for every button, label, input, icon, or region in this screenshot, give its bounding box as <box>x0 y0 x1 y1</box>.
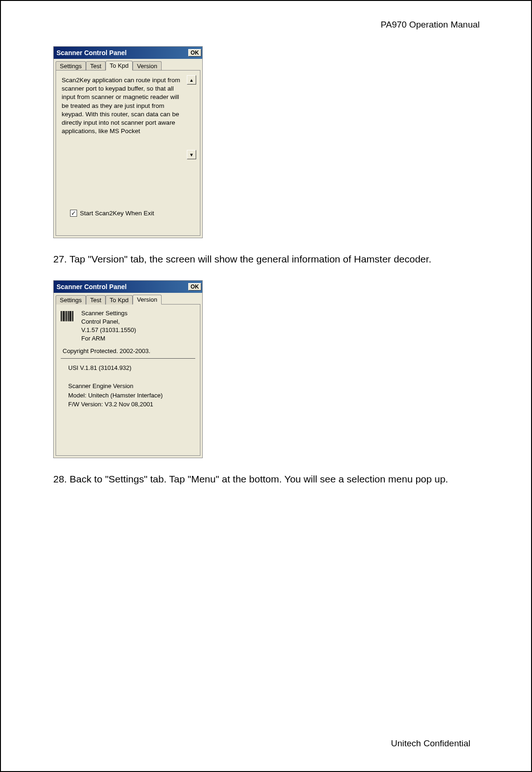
tab-version[interactable]: Version <box>133 295 161 305</box>
tab-row: Settings Test To Kpd Version <box>54 59 202 70</box>
step-27-text: 27. Tap "Version" tab, the screen will s… <box>53 251 479 267</box>
scroll-area: Scan2Key application can route input fro… <box>60 75 196 159</box>
engine-title: Scanner Engine Version <box>68 382 196 391</box>
scroll-up-icon[interactable]: ▲ <box>187 75 196 85</box>
tab-version[interactable]: Version <box>133 61 161 71</box>
description-text: Scan2Key application can route input fro… <box>60 75 186 159</box>
divider <box>61 358 195 359</box>
copyright-text: Copyright Protected. 2002-2003. <box>63 347 196 354</box>
tab-to-kpd[interactable]: To Kpd <box>106 61 133 71</box>
scanner-panel-2: Scanner Control Panel OK Settings Test T… <box>53 280 203 458</box>
tab-content: Scan2Key application can route input fro… <box>56 70 200 236</box>
ok-button[interactable]: OK <box>188 283 201 290</box>
version-info: Scanner Settings Control Panel, V.1.57 (… <box>81 309 136 343</box>
start-scan2key-checkbox[interactable]: ✓ <box>70 210 77 217</box>
scanner-panel-1: Scanner Control Panel OK Settings Test T… <box>53 46 203 238</box>
checkbox-row: ✓ Start Scan2Key When Exit <box>70 210 154 217</box>
lower-info: USI V.1.81 (31014.932) Scanner Engine Ve… <box>68 363 196 409</box>
tab-to-kpd[interactable]: To Kpd <box>106 295 133 305</box>
tab-test[interactable]: Test <box>86 61 106 71</box>
info-line: Scanner Settings <box>81 309 136 318</box>
checkbox-label: Start Scan2Key When Exit <box>80 210 154 217</box>
window-title: Scanner Control Panel <box>57 49 127 57</box>
page: PA970 Operation Manual Scanner Control P… <box>0 0 532 772</box>
window-title: Scanner Control Panel <box>57 283 127 290</box>
page-footer: Unitech Confidential <box>391 738 470 749</box>
titlebar: Scanner Control Panel OK <box>54 281 202 293</box>
tab-test[interactable]: Test <box>86 295 106 305</box>
screenshot-1: Scanner Control Panel OK Settings Test T… <box>48 46 484 238</box>
tab-settings[interactable]: Settings <box>56 295 86 305</box>
step-28-text: 28. Back to "Settings" tab. Tap "Menu" a… <box>53 471 479 487</box>
tab-row: Settings Test To Kpd Version <box>54 293 202 304</box>
info-line: For ARM <box>81 334 136 343</box>
engine-fw: F/W Version: V3.2 Nov 08,2001 <box>68 400 196 409</box>
page-header: PA970 Operation Manual <box>48 20 480 30</box>
tab-content: Scanner Settings Control Panel, V.1.57 (… <box>56 304 200 456</box>
ok-button[interactable]: OK <box>188 49 201 57</box>
titlebar: Scanner Control Panel OK <box>54 47 202 59</box>
tab-settings[interactable]: Settings <box>56 61 86 71</box>
barcode-icon <box>61 310 77 321</box>
info-line: Control Panel, <box>81 318 136 326</box>
info-line: V.1.57 (31031.1550) <box>81 326 136 334</box>
engine-model: Model: Unitech (Hamster Interface) <box>68 391 196 400</box>
scrollbar[interactable]: ▲ ▼ <box>187 75 196 159</box>
screenshot-2: Scanner Control Panel OK Settings Test T… <box>48 280 484 458</box>
scroll-down-icon[interactable]: ▼ <box>187 150 196 159</box>
version-header-row: Scanner Settings Control Panel, V.1.57 (… <box>60 309 196 343</box>
usi-version: USI V.1.81 (31014.932) <box>68 363 196 373</box>
